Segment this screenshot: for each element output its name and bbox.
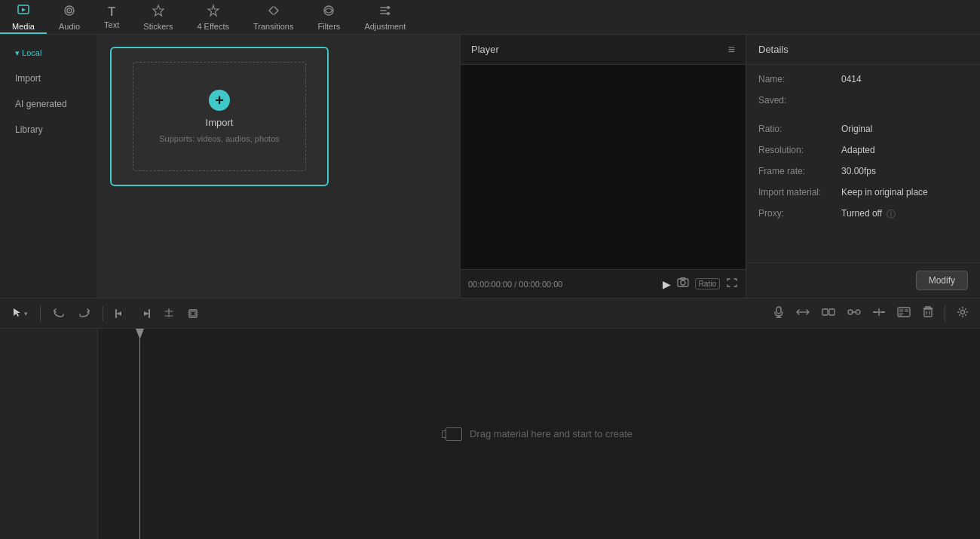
- delete-button[interactable]: [919, 304, 937, 323]
- nav-label-filters: Filters: [317, 22, 340, 31]
- svg-rect-24: [829, 309, 835, 315]
- nav-item-stickers[interactable]: Stickers: [131, 0, 185, 34]
- top-navigation: Media Audio T Text Stickers 4 Effects: [0, 0, 980, 35]
- detail-row-resolution: Resolution: Adapted: [758, 145, 968, 155]
- player-controls-right: Ratio: [677, 277, 738, 290]
- select-tool[interactable]: ▾: [8, 304, 32, 323]
- link-button[interactable]: [844, 305, 865, 322]
- detail-row-saved: Saved:: [758, 95, 968, 106]
- detail-label-saved: Saved:: [758, 95, 841, 106]
- crop-button[interactable]: [183, 305, 203, 322]
- stickers-icon: [152, 4, 165, 20]
- import-box[interactable]: + Import Supports: videos, audios, photo…: [110, 47, 329, 186]
- svg-point-40: [961, 311, 965, 314]
- sidebar-item-library[interactable]: Library: [6, 118, 91, 141]
- player-menu-icon[interactable]: ≡: [728, 43, 735, 57]
- svg-point-10: [681, 280, 685, 285]
- modify-button[interactable]: Modify: [916, 271, 968, 290]
- svg-rect-32: [899, 309, 903, 312]
- timeline-tracks-label: [0, 329, 98, 539]
- filters-icon: [322, 4, 335, 20]
- toolbar-right: [770, 304, 972, 323]
- timeline-content[interactable]: Drag material here and start to create: [98, 329, 980, 539]
- detail-row-name: Name: 0414: [758, 74, 968, 84]
- select-dropdown-icon: ▾: [24, 310, 28, 317]
- player-title: Player: [471, 44, 499, 55]
- svg-point-4: [69, 10, 70, 11]
- svg-rect-37: [924, 309, 932, 317]
- nav-item-audio[interactable]: Audio: [47, 0, 92, 34]
- nav-label-audio: Audio: [59, 22, 80, 31]
- drag-hint-text: Drag material here and start to create: [470, 428, 632, 439]
- trim-left-button[interactable]: [111, 305, 130, 322]
- split-button[interactable]: [159, 305, 179, 322]
- player-footer: 00:00:00:00 / 00:00:00:00 ▶ Ratio: [461, 269, 746, 298]
- audio-icon: [63, 4, 76, 20]
- play-button[interactable]: ▶: [663, 278, 671, 290]
- toolbar-separator-1: [40, 306, 41, 321]
- media-panel: + Import Supports: videos, audios, photo…: [98, 35, 460, 298]
- details-panel: Details Name: 0414 Saved: Ratio: Origina…: [746, 35, 980, 298]
- thumbnail-button[interactable]: [893, 305, 914, 322]
- microphone-button[interactable]: [770, 304, 788, 323]
- svg-rect-33: [905, 309, 908, 312]
- main-content: ▾ Local Import AI generated Library + Im…: [0, 35, 980, 298]
- fullscreen-icon[interactable]: [726, 277, 738, 290]
- detail-label-ratio: Ratio:: [758, 124, 841, 134]
- nav-item-filters[interactable]: Filters: [305, 0, 352, 34]
- nav-item-media[interactable]: Media: [0, 0, 47, 34]
- detail-value-import-material: Keep in original place: [841, 187, 928, 198]
- detail-value-ratio: Original: [841, 124, 872, 134]
- drag-icon: [446, 427, 462, 441]
- nav-label-media: Media: [12, 22, 35, 31]
- nav-item-effects[interactable]: 4 Effects: [185, 0, 241, 34]
- drag-hint: Drag material here and start to create: [446, 427, 632, 441]
- import-subtext: Supports: videos, audios, photos: [159, 134, 280, 143]
- sidebar-item-import[interactable]: Import: [6, 67, 91, 90]
- time-right: 00:00:00:00: [519, 280, 562, 289]
- sidebar-item-local[interactable]: ▾ Local: [6, 42, 91, 64]
- player-panel: Player ≡ 00:00:00:00 / 00:00:00:00 ▶ Ra: [460, 35, 746, 298]
- nav-item-transitions[interactable]: Transitions: [241, 0, 305, 34]
- details-title: Details: [758, 44, 789, 55]
- svg-point-8: [387, 12, 390, 15]
- import-label: Import: [206, 117, 234, 128]
- timeline-area: Drag material here and start to create: [0, 329, 980, 539]
- detail-row-ratio: Ratio: Original: [758, 124, 968, 134]
- effects-icon: [207, 4, 220, 20]
- import-plus-icon: +: [209, 90, 230, 111]
- detail-label-framerate: Frame rate:: [758, 166, 841, 176]
- svg-rect-23: [822, 309, 828, 315]
- detail-label-import-material: Import material:: [758, 187, 841, 198]
- nav-item-text[interactable]: T Text: [92, 0, 131, 34]
- svg-point-7: [387, 6, 390, 9]
- sidebar-item-ai-generated[interactable]: AI generated: [6, 93, 91, 115]
- nav-item-adjustment[interactable]: Adjustment: [352, 0, 418, 34]
- player-body: [461, 65, 746, 269]
- toolbar-separator-right: [945, 306, 945, 321]
- detail-label-proxy: Proxy:: [758, 208, 841, 219]
- ratio-button[interactable]: Ratio: [695, 278, 720, 289]
- undo-button[interactable]: [48, 305, 69, 323]
- redo-button[interactable]: [74, 305, 95, 323]
- svg-point-6: [324, 6, 333, 15]
- screenshot-icon[interactable]: [677, 277, 689, 290]
- scale-button[interactable]: [869, 305, 889, 322]
- detail-row-import-material: Import material: Keep in original place: [758, 187, 968, 198]
- group-button[interactable]: [818, 305, 839, 322]
- proxy-info-icon[interactable]: ⓘ: [887, 208, 896, 221]
- svg-rect-19: [776, 307, 781, 314]
- trim-right-button[interactable]: [135, 305, 155, 322]
- transitions-icon: [267, 4, 280, 20]
- svg-rect-18: [191, 311, 195, 316]
- fit-width-button[interactable]: [792, 305, 813, 322]
- select-arrow-icon: [12, 307, 23, 320]
- details-body: Name: 0414 Saved: Ratio: Original Resolu…: [746, 65, 980, 262]
- left-panel: ▾ Local Import AI generated Library: [0, 35, 98, 298]
- detail-value-name: 0414: [841, 74, 862, 84]
- detail-row-framerate: Frame rate: 30.00fps: [758, 166, 968, 176]
- import-inner: + Import Supports: videos, audios, photo…: [133, 62, 306, 171]
- detail-value-proxy: Turned off: [841, 208, 882, 219]
- settings-button[interactable]: [953, 304, 972, 323]
- timeline-needle: [139, 329, 140, 539]
